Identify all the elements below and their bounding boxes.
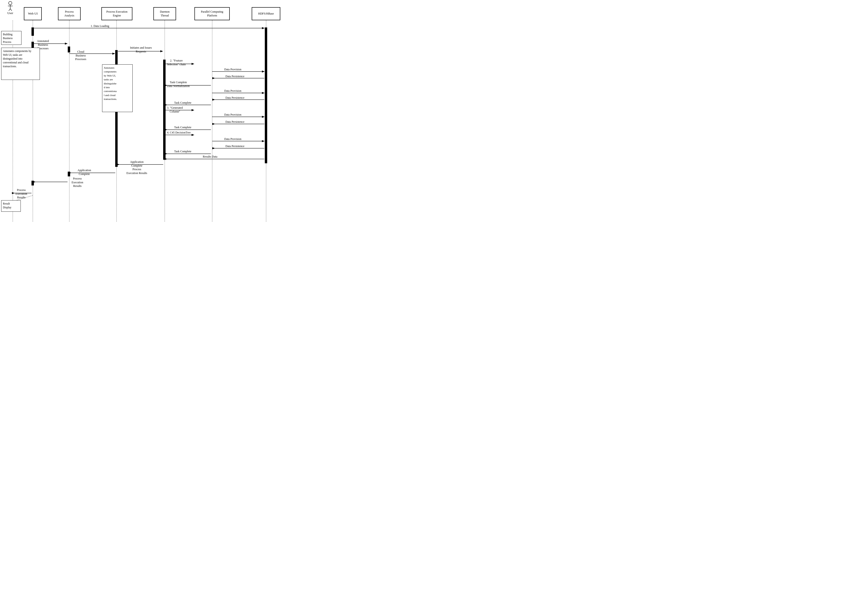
parallel-label: Parallel ComputingPlatform [201,10,223,17]
label-task-complete-2: Task Complete [174,101,192,105]
webui-box: Web UI [24,7,42,20]
label-data-persistence-2: Data Persistence [225,96,245,100]
label-app-complete-exec: ApplicationCompleteProcessExecution Resu… [126,160,147,175]
label-generated-col: 3. "GeneratedColumn" [167,106,183,113]
note-annotates: Annotates components byWeb UI, tasks are… [1,48,40,80]
sequence-diagram: User Web UI ProcessAnalysis Process Exec… [0,0,305,222]
user-label: User [7,11,14,15]
label-data-persistence-4: Data Persistence [225,144,245,148]
label-task-complete-3: Task Complete [174,125,192,130]
user-actor: User [7,1,14,15]
label-initiates: Initiates and IssuesRequests [130,46,152,53]
label-results-data: Results Data [203,155,217,159]
note-annotates-2: Annotatescomponentsby Web UI,tasks aredi… [102,64,133,112]
label-data-provision-2: Data Provision [224,89,241,93]
execengine-label: Process ExecutionEngine [106,10,127,17]
processanalysis-label: ProcessAnalysis [64,10,74,17]
processanalysis-box: ProcessAnalysis [58,7,81,20]
note-result-display: ResultDisplay [1,200,21,212]
svg-line-3 [8,9,10,11]
label-process-exec-results-2: ProcessExecutionResults [15,188,27,200]
label-app-complete: ApplicationComplete [78,168,91,176]
label-c45: 4. C45 DecisionTree [167,131,191,135]
hdfs-box: HDFS/HBase [252,7,280,20]
svg-point-0 [9,2,12,5]
label-data-provision-4: Data Provision [224,137,241,141]
label-feature-selection: 2. "FeatureSelection" chain [167,59,186,66]
label-data-provision-1: Data Provision [224,68,241,72]
daemon-label: DaemonThread [160,10,170,17]
label-data-provision-3: Data Provision [224,113,241,117]
svg-line-4 [10,9,12,11]
label-task-complete-4: Task Complete [174,150,192,153]
daemon-box: DaemonThread [153,7,176,20]
hdfs-label: HDFS/HBase [258,12,274,16]
label-data-persistence-3: Data Persistence [225,120,245,124]
webui-label: Web UI [28,12,37,16]
execengine-box: Process ExecutionEngine [101,7,132,20]
note-building-bp: BuildingBusinessProcess [1,31,21,45]
parallel-box: Parallel ComputingPlatform [195,7,230,20]
label-cloud-bp: CloudBusinessProcesses [75,50,86,61]
arrows-overlay [0,0,305,222]
label-data-persistence-1: Data Persistence [225,75,245,78]
label-data-loading: 1. Data Loading [90,24,109,28]
label-process-exec-results-1: ProcessExecutionResults [72,177,83,188]
label-task-complete-norm: Task CompleteData Normalization [167,81,190,88]
